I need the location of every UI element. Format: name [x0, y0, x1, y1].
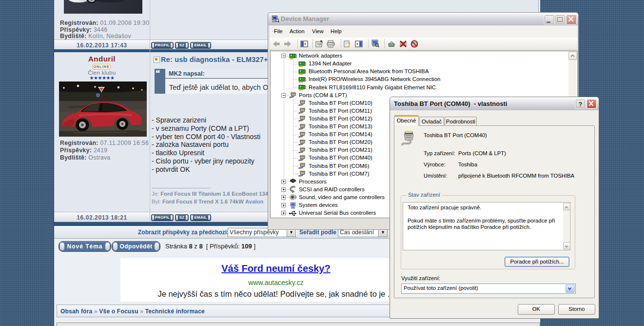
- svg-text:?: ?: [348, 41, 351, 48]
